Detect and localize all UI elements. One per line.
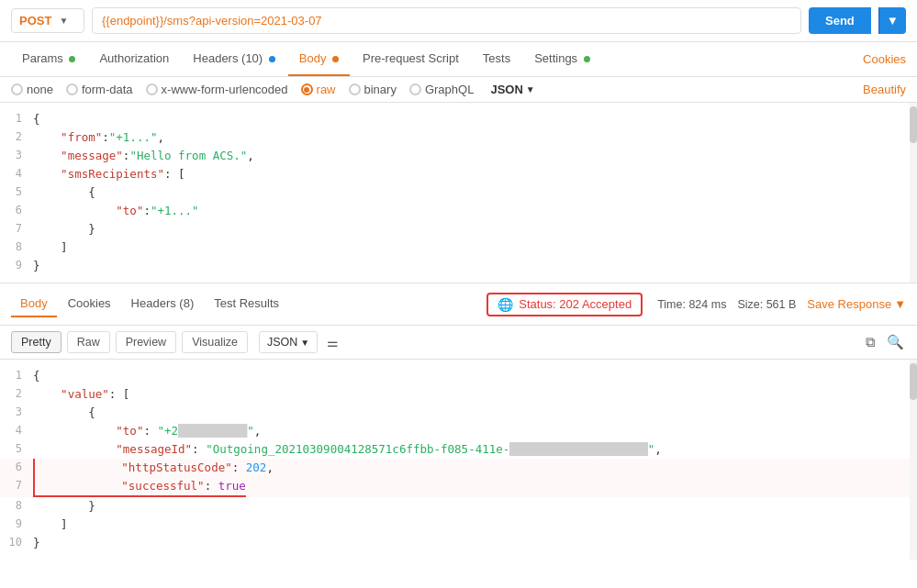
nav-tabs: Params Authorization Headers (10) Body P…: [0, 42, 917, 77]
save-response-button[interactable]: Save Response ▼: [807, 297, 906, 311]
view-visualize[interactable]: Visualize: [182, 331, 248, 353]
format-binary[interactable]: binary: [349, 83, 397, 96]
req-line-1: 1 {: [0, 110, 917, 128]
request-body-editor[interactable]: 1 { 2 "from":"+1...", 3 "message":"Hello…: [0, 103, 917, 283]
copy-icon[interactable]: ⧉: [864, 332, 878, 352]
raw-radio[interactable]: [301, 83, 313, 95]
body-dot: [332, 56, 339, 62]
resp-tab-body[interactable]: Body: [11, 291, 57, 317]
params-dot: [69, 56, 75, 62]
json-type-chevron: ▼: [526, 84, 535, 94]
format-urlencoded[interactable]: x-www-form-urlencoded: [146, 83, 288, 96]
top-bar: POST ▼ Send ▼: [0, 0, 917, 42]
view-preview[interactable]: Preview: [116, 331, 176, 353]
scrollbar-v[interactable]: [910, 103, 917, 283]
req-line-5: 5 {: [0, 183, 917, 202]
resp-line-3: 3 {: [0, 404, 917, 422]
resp-line-5: 5 "messageId": "Outgoing_202103090041285…: [0, 440, 917, 459]
format-none[interactable]: none: [11, 83, 53, 96]
size-info: Size: 561 B: [737, 298, 796, 311]
req-line-8: 8 ]: [0, 239, 917, 257]
resp-scrollbar-v[interactable]: [910, 360, 917, 560]
json-type-select[interactable]: JSON ▼: [490, 83, 534, 96]
tab-body[interactable]: Body: [288, 42, 350, 76]
format-bar: none form-data x-www-form-urlencoded raw…: [0, 77, 917, 103]
format-raw[interactable]: raw: [301, 83, 336, 96]
resp-scroll-thumb: [910, 363, 917, 400]
headers-dot: [269, 56, 275, 62]
resp-json-select[interactable]: JSON ▼: [259, 331, 318, 353]
meta-info: Time: 824 ms Size: 561 B Save Response ▼: [657, 297, 906, 311]
urlencoded-radio[interactable]: [146, 83, 158, 95]
resp-json-chevron: ▼: [300, 338, 309, 348]
resp-line-6: 6 "httpStatusCode": 202,: [0, 459, 917, 477]
response-body-editor[interactable]: 1 { 2 "value": [ 3 { 4 "to": "+2████████…: [0, 360, 917, 560]
tab-headers[interactable]: Headers (10): [182, 42, 285, 76]
resp-action-icons: ⧉ 🔍: [864, 332, 906, 352]
req-line-9: 9 }: [0, 257, 917, 275]
method-label: POST: [19, 14, 51, 28]
view-pretty[interactable]: Pretty: [11, 331, 62, 353]
url-input[interactable]: [92, 7, 801, 34]
tab-settings[interactable]: Settings: [523, 42, 601, 76]
req-line-4: 4 "smsRecipients": [: [0, 165, 917, 183]
filter-icon[interactable]: ⚌: [327, 335, 339, 349]
save-response-chevron: ▼: [894, 297, 906, 311]
scroll-thumb: [910, 106, 917, 143]
status-text: Status: 202 Accepted: [519, 297, 632, 311]
resp-line-4: 4 "to": "+2██████████",: [0, 422, 917, 440]
form-data-radio[interactable]: [66, 83, 78, 95]
search-icon[interactable]: 🔍: [885, 332, 906, 352]
resp-line-7: 7 "successful": true: [0, 477, 917, 497]
tab-authorization[interactable]: Authorization: [88, 42, 180, 76]
tab-prerequest[interactable]: Pre-request Script: [352, 42, 470, 76]
tab-params[interactable]: Params: [11, 42, 86, 76]
globe-icon: 🌐: [498, 297, 513, 312]
tab-tests[interactable]: Tests: [472, 42, 521, 76]
response-tabs: Body Cookies Headers (8) Test Results: [11, 291, 288, 317]
method-chevron: ▼: [59, 16, 68, 26]
send-dropdown-button[interactable]: ▼: [878, 7, 906, 34]
none-radio[interactable]: [11, 83, 23, 95]
time-info: Time: 824 ms: [657, 298, 726, 311]
status-badge: 🌐 Status: 202 Accepted: [486, 293, 643, 316]
resp-tab-test-results[interactable]: Test Results: [205, 291, 288, 317]
resp-tab-headers[interactable]: Headers (8): [122, 291, 204, 317]
binary-radio[interactable]: [349, 83, 361, 95]
resp-line-2: 2 "value": [: [0, 385, 917, 404]
view-raw[interactable]: Raw: [67, 331, 110, 353]
response-format-bar: Pretty Raw Preview Visualize JSON ▼ ⚌ ⧉ …: [0, 326, 917, 360]
resp-line-1: 1 {: [0, 367, 917, 385]
method-select[interactable]: POST ▼: [11, 8, 84, 33]
beautify-button[interactable]: Beautify: [863, 83, 906, 96]
req-line-3: 3 "message":"Hello from ACS.",: [0, 147, 917, 165]
json-type-label: JSON: [490, 83, 522, 96]
req-line-2: 2 "from":"+1...",: [0, 128, 917, 147]
resp-json-label: JSON: [267, 336, 297, 349]
resp-line-9: 9 ]: [0, 516, 917, 534]
graphql-radio[interactable]: [409, 83, 421, 95]
resp-line-10: 10 }: [0, 534, 917, 552]
format-form-data[interactable]: form-data: [66, 83, 133, 96]
send-button[interactable]: Send: [809, 7, 871, 34]
response-header: Body Cookies Headers (8) Test Results 🌐 …: [0, 283, 917, 326]
req-line-6: 6 "to":"+1...": [0, 202, 917, 220]
resp-line-8: 8 }: [0, 497, 917, 516]
cookies-link[interactable]: Cookies: [863, 52, 906, 66]
resp-tab-cookies[interactable]: Cookies: [59, 291, 120, 317]
req-line-7: 7 }: [0, 220, 917, 239]
settings-dot: [584, 56, 590, 62]
format-graphql[interactable]: GraphQL: [409, 83, 474, 96]
